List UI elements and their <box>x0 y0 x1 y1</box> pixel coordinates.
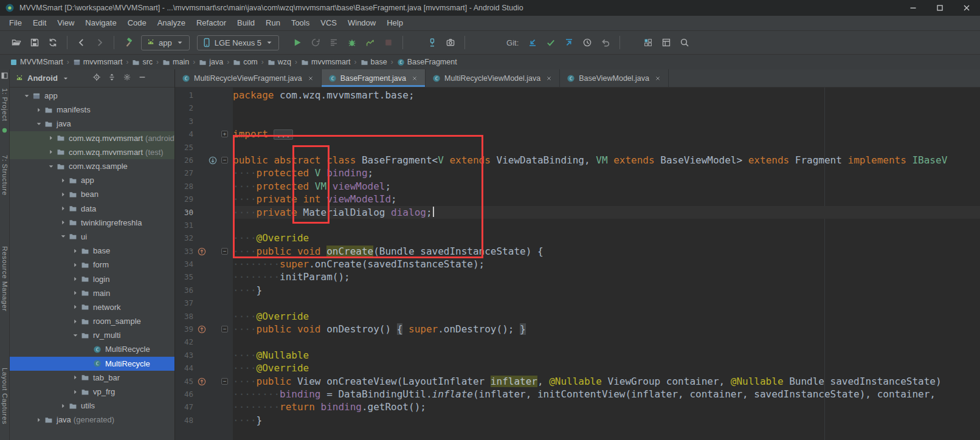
tree-item-room_sample[interactable]: room_sample <box>10 314 174 328</box>
code-text[interactable]: ········super.onCreate(savedInstanceStat… <box>233 258 980 270</box>
fold-marker[interactable]: + <box>221 131 228 137</box>
chevron-collapsed-icon[interactable] <box>46 147 56 157</box>
vcs-rollback-button[interactable] <box>597 34 614 51</box>
code-text[interactable]: ········return binding.getRoot(); <box>233 400 980 413</box>
layout-inspector-button[interactable] <box>658 34 675 51</box>
menu-run[interactable]: Run <box>260 16 286 30</box>
chevron-collapsed-icon[interactable] <box>58 401 68 411</box>
menu-tools[interactable]: Tools <box>286 16 315 30</box>
hide-panel-button[interactable] <box>138 73 147 84</box>
stop-button[interactable] <box>380 34 397 51</box>
attach-debugger-button[interactable] <box>424 34 441 51</box>
vcs-commit-button[interactable] <box>542 34 559 51</box>
build-hammer-button[interactable] <box>120 34 137 51</box>
chevron-collapsed-icon[interactable] <box>34 105 44 115</box>
fold-marker[interactable]: − <box>221 378 228 385</box>
capture-button[interactable] <box>442 34 459 51</box>
tab-basefragment-java[interactable]: CBaseFragment.java <box>322 69 426 87</box>
code-text[interactable]: ····@Override <box>233 362 980 374</box>
breadcrumb-item-base[interactable]: base <box>359 58 388 66</box>
settings-gear-button[interactable] <box>123 73 131 84</box>
menu-file[interactable]: File <box>4 16 27 30</box>
breadcrumb-item-com[interactable]: com <box>232 58 259 66</box>
close-tab-icon[interactable] <box>411 75 418 82</box>
tree-item-multirecycle[interactable]: CMultiRecycle <box>10 357 174 371</box>
menu-refactor[interactable]: Refactor <box>191 16 232 30</box>
chevron-expanded-icon[interactable] <box>46 162 56 171</box>
chevron-expanded-icon[interactable] <box>34 119 44 129</box>
menu-navigate[interactable]: Navigate <box>80 16 122 30</box>
maximize-button[interactable] <box>927 0 953 16</box>
vcs-push-button[interactable] <box>561 34 578 51</box>
override-gutter-icon[interactable] <box>197 377 207 387</box>
tab-multirecycleviewmodel-java[interactable]: CMultiRecycleViewModel.java <box>426 69 560 87</box>
code-text[interactable] <box>233 297 980 309</box>
code-text[interactable]: ········binding = DataBindingUtil.inflat… <box>233 388 980 400</box>
chevron-collapsed-icon[interactable] <box>71 317 80 326</box>
apply-changes-button[interactable] <box>307 34 324 51</box>
implemented-gutter-icon[interactable] <box>208 156 218 165</box>
tree-item-twinklingrefreshla[interactable]: twinklingrefreshla <box>10 216 174 230</box>
tool-window-button--project[interactable]: 1: Project <box>1 88 9 122</box>
close-tab-icon[interactable] <box>307 75 314 82</box>
code-text[interactable] <box>233 141 980 154</box>
chevron-expanded-icon[interactable] <box>58 232 68 241</box>
collapse-all-button[interactable] <box>108 73 116 84</box>
breadcrumb-item-basefragment[interactable]: CBaseFragment <box>396 58 458 66</box>
code-text[interactable]: ····} <box>233 414 980 427</box>
back-button[interactable] <box>73 34 90 51</box>
breadcrumb-item-src[interactable]: src <box>131 58 154 66</box>
tree-item-ui[interactable]: ui <box>10 230 174 244</box>
tree-item-com.wzq.mvvmsmart[interactable]: com.wzq.mvvmsmart(test) <box>10 145 174 159</box>
sync-button[interactable] <box>44 34 61 51</box>
menu-help[interactable]: Help <box>381 16 409 30</box>
menu-build[interactable]: Build <box>232 16 260 30</box>
override-gutter-icon[interactable] <box>197 247 207 256</box>
code-text[interactable]: ········initParam(); <box>233 270 980 283</box>
code-text[interactable]: ····public View onCreateView(LayoutInfla… <box>233 375 980 388</box>
menu-view[interactable]: View <box>52 16 80 30</box>
tree-item-manifests[interactable]: manifests <box>10 103 174 117</box>
code-text[interactable]: ····private MaterialDialog dialog; <box>233 206 980 219</box>
code-text[interactable]: ····@Override <box>233 232 980 244</box>
tree-item-rv_multi[interactable]: rv_multi <box>10 328 174 342</box>
menu-analyze[interactable]: Analyze <box>152 16 191 30</box>
run-button[interactable] <box>289 34 306 51</box>
tab-multirecycleviewfragment-java[interactable]: CMultiRecycleViewFragment.java <box>175 69 322 87</box>
chevron-collapsed-icon[interactable] <box>71 288 80 298</box>
code-text[interactable]: ····private int viewModelId; <box>233 193 980 205</box>
search-button[interactable] <box>676 34 693 51</box>
tree-item-com.wzq.mvvmsmart[interactable]: com.wzq.mvvmsmart(androidTest) <box>10 131 174 145</box>
tool-window-button-layout-captures[interactable]: Layout Captures <box>1 368 9 424</box>
tree-item-java[interactable]: java(generated) <box>10 413 174 427</box>
fold-marker[interactable]: − <box>221 157 228 163</box>
chevron-collapsed-icon[interactable] <box>71 387 80 397</box>
debug-button[interactable] <box>343 34 361 51</box>
code-text[interactable]: package com.wzq.mvvmsmart.base; <box>233 89 980 101</box>
chevron-collapsed-icon[interactable] <box>58 190 68 199</box>
fold-marker[interactable]: − <box>221 326 228 332</box>
tool-window-button-resource-manager[interactable]: Resource Manager <box>1 246 9 311</box>
close-button[interactable] <box>953 0 980 16</box>
chevron-collapsed-icon[interactable] <box>58 218 68 227</box>
code-text[interactable]: ····@Nullable <box>233 349 980 362</box>
profiler-button[interactable] <box>362 34 379 51</box>
chevron-collapsed-icon[interactable] <box>58 176 68 185</box>
tree-item-vp_frg[interactable]: vp_frg <box>10 385 174 399</box>
code-text[interactable]: ····public void onDestroy() { super.onDe… <box>233 323 980 335</box>
project-structure-button[interactable] <box>640 34 657 51</box>
code-text[interactable]: ····protected VM viewModel; <box>233 180 980 193</box>
tree-item-app[interactable]: app <box>10 89 174 103</box>
locate-file-button[interactable] <box>92 73 101 84</box>
code-text[interactable] <box>233 101 980 114</box>
breadcrumb-item-mvvmsmart[interactable]: mvvmsmart <box>300 58 352 66</box>
chevron-collapsed-icon[interactable] <box>46 133 56 143</box>
tab-baseviewmodel-java[interactable]: CBaseViewModel.java <box>560 69 669 87</box>
code-text[interactable]: ····public void onCreate(Bundle savedIns… <box>233 245 980 258</box>
breadcrumb-item-java[interactable]: java <box>198 58 224 66</box>
tree-item-utils[interactable]: utils <box>10 399 174 413</box>
code-text[interactable]: public abstract class BaseFragment<V ext… <box>233 154 980 167</box>
run-config-combo[interactable]: app <box>141 35 190 50</box>
chevron-expanded-icon[interactable] <box>22 91 32 101</box>
code-text[interactable]: import ... <box>233 128 980 140</box>
